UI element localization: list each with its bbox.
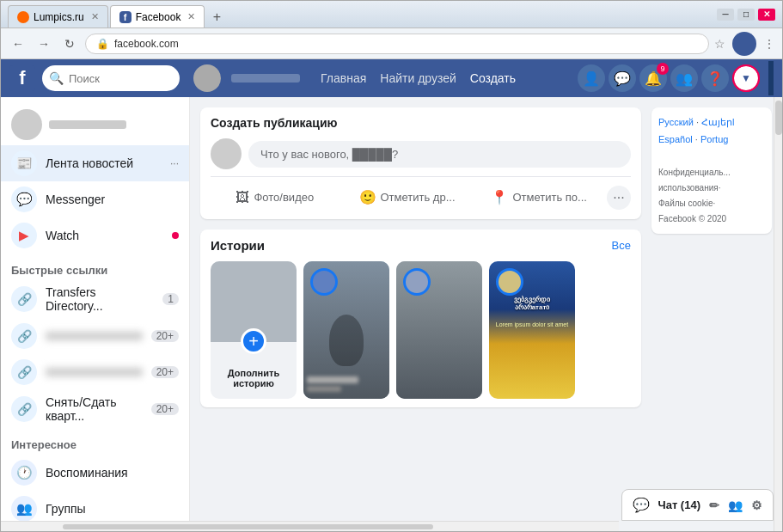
messenger-icon: 💬 bbox=[11, 187, 37, 212]
menu-icon[interactable]: ⋮ bbox=[763, 37, 775, 51]
nav-home[interactable]: Главная bbox=[321, 71, 366, 85]
tab-lumpics-close[interactable]: ✕ bbox=[91, 11, 99, 22]
sidebar-item-messenger[interactable]: 💬 Messenger bbox=[1, 181, 189, 217]
account-menu-btn[interactable]: ▼ bbox=[732, 64, 760, 92]
tab-lumpics[interactable]: Lumpics.ru ✕ bbox=[8, 5, 108, 28]
groups-icon: 👥 bbox=[11, 496, 37, 522]
ql2-count: 20+ bbox=[151, 366, 179, 378]
story-subtext-4: Lorem ipsum dolor sit amet bbox=[489, 321, 575, 327]
sidebar-item-memories[interactable]: 🕐 Воспоминания bbox=[1, 455, 189, 491]
minimize-button[interactable]: ─ bbox=[717, 9, 734, 21]
story-avatar-2 bbox=[310, 268, 338, 296]
tag-people-btn[interactable]: 🙂 Отметить др... bbox=[343, 184, 472, 211]
chat-settings-icon[interactable]: ⚙ bbox=[751, 498, 762, 512]
left-sidebar: 📰 Лента новостей ··· 💬 Messenger ▶ Watch… bbox=[1, 97, 190, 531]
vertical-scrollbar[interactable] bbox=[774, 97, 782, 531]
fb-search-bar[interactable]: 🔍 bbox=[42, 65, 180, 91]
usage-link[interactable]: использования· bbox=[658, 180, 765, 196]
chat-icon: 💬 bbox=[633, 497, 650, 513]
ql2-icon: 🔗 bbox=[11, 359, 37, 385]
transfers-count: 1 bbox=[162, 293, 179, 305]
cookies-link[interactable]: Файлы cookie· bbox=[658, 196, 765, 211]
back-button[interactable]: ← bbox=[8, 34, 28, 54]
sidebar-item-transfers[interactable]: 🔗 Transfers Directory... 1 bbox=[1, 280, 189, 318]
chat-contacts-icon[interactable]: 👥 bbox=[728, 498, 743, 512]
chat-compose-icon[interactable]: ✏ bbox=[709, 498, 719, 512]
ql1-count: 20+ bbox=[151, 330, 179, 342]
url-display: facebook.com bbox=[114, 38, 179, 50]
check-in-btn[interactable]: 📍 Отметить по... bbox=[474, 184, 603, 211]
address-input[interactable]: 🔒 facebook.com bbox=[85, 34, 709, 54]
fb-logo[interactable]: f bbox=[9, 65, 35, 91]
maximize-button[interactable]: □ bbox=[737, 9, 755, 21]
story-text-4: ვებგვერდიარარататი bbox=[489, 296, 575, 311]
story-add-card[interactable]: + Дополнить историю bbox=[211, 261, 297, 399]
groups-label: Группы bbox=[46, 502, 179, 516]
tab-facebook[interactable]: f Facebook ✕ bbox=[110, 5, 205, 28]
sidebar-newsfeed-label: Лента новостей bbox=[46, 156, 162, 170]
photo-icon: 🖼 bbox=[236, 190, 249, 205]
photo-video-btn[interactable]: 🖼 Фото/видео bbox=[211, 185, 340, 211]
create-post-input[interactable]: Что у вас нового, █████? bbox=[248, 141, 631, 168]
sidebar-item-newsfeed[interactable]: 📰 Лента новостей ··· bbox=[1, 145, 189, 181]
ql1-icon: 🔗 bbox=[11, 323, 37, 349]
lang-spanish[interactable]: Español bbox=[658, 134, 693, 144]
sidebar-item-ql1[interactable]: 🔗 20+ bbox=[1, 318, 189, 354]
sidebar-newsfeed-more[interactable]: ··· bbox=[170, 157, 179, 169]
sidebar-item-rentals[interactable]: 🔗 Снять/Сдать кварт... 20+ bbox=[1, 390, 189, 428]
fb-nav-links: Главная Найти друзей Создать bbox=[321, 71, 516, 85]
horizontal-scrollbar[interactable] bbox=[1, 521, 619, 531]
nav-create[interactable]: Создать bbox=[470, 71, 516, 85]
create-post-placeholder: Что у вас нового, █████? bbox=[260, 148, 398, 161]
sidebar-toggle[interactable] bbox=[768, 61, 774, 95]
notifications-icon-btn[interactable]: 🔔 9 bbox=[639, 64, 667, 92]
lang-portuguese[interactable]: Portug bbox=[700, 134, 728, 144]
rentals-label: Снять/Сдать кварт... bbox=[46, 395, 143, 423]
watch-icon: ▶ bbox=[11, 223, 37, 248]
story-card-2[interactable] bbox=[303, 261, 389, 399]
nav-find-friends[interactable]: Найти друзей bbox=[380, 71, 456, 85]
forward-button[interactable]: → bbox=[34, 34, 54, 54]
window-controls: ─ □ ✕ bbox=[717, 9, 775, 21]
messenger-icon-btn[interactable]: 💬 bbox=[609, 64, 636, 92]
sidebar-user[interactable] bbox=[1, 104, 189, 145]
stories-section: Истории Все + Дополнить историю bbox=[200, 229, 641, 407]
create-post-row: Что у вас нового, █████? bbox=[211, 138, 631, 169]
watch-notification-dot bbox=[172, 232, 179, 239]
search-input[interactable] bbox=[69, 72, 173, 85]
tag-icon: 🙂 bbox=[359, 189, 376, 205]
user-profile-mini[interactable] bbox=[193, 64, 221, 92]
see-all-stories[interactable]: Все bbox=[612, 239, 631, 252]
rentals-count: 20+ bbox=[151, 403, 179, 415]
location-icon: 📍 bbox=[491, 189, 508, 205]
lang-armenian[interactable]: Հայերl bbox=[701, 117, 734, 127]
copyright: Facebook © 2020 bbox=[658, 211, 765, 227]
title-bar: Lumpics.ru ✕ f Facebook ✕ + ─ □ ✕ bbox=[1, 1, 782, 28]
story-card-3[interactable] bbox=[396, 261, 482, 399]
language-box: Русский · Հայերl Español · Portug Конфид… bbox=[651, 107, 772, 234]
add-story-icon: + bbox=[241, 328, 266, 354]
tag-people-label: Отметить др... bbox=[381, 191, 456, 204]
privacy-link[interactable]: Конфиденциаль... bbox=[658, 165, 765, 180]
help-icon-btn[interactable]: ❓ bbox=[701, 64, 729, 92]
tab-lumpics-label: Lumpics.ru bbox=[34, 11, 84, 23]
groups-icon-btn[interactable]: 👥 bbox=[670, 64, 698, 92]
bookmark-icon[interactable]: ☆ bbox=[714, 37, 725, 51]
browser-window: Lumpics.ru ✕ f Facebook ✕ + ─ □ ✕ ← → ↻ … bbox=[0, 0, 783, 532]
new-tab-button[interactable]: + bbox=[206, 7, 227, 28]
photo-video-label: Фото/видео bbox=[254, 191, 314, 204]
chat-bar[interactable]: 💬 Чат (14) ✏ 👥 ⚙ bbox=[621, 489, 774, 521]
main-content: Создать публикацию Что у вас нового, ███… bbox=[190, 97, 782, 531]
people-icon-btn[interactable]: 👤 bbox=[578, 64, 605, 92]
sidebar-item-ql2[interactable]: 🔗 20+ bbox=[1, 354, 189, 390]
tab-bar: Lumpics.ru ✕ f Facebook ✕ + bbox=[8, 1, 717, 28]
tab-facebook-close[interactable]: ✕ bbox=[187, 11, 195, 22]
story-card-4[interactable]: ვებგვერდიარარататი Lorem ipsum dolor sit… bbox=[489, 261, 575, 399]
sidebar-messenger-label: Messenger bbox=[46, 193, 179, 206]
refresh-button[interactable]: ↻ bbox=[59, 34, 80, 54]
close-button[interactable]: ✕ bbox=[758, 9, 775, 21]
more-actions-btn[interactable]: ··· bbox=[607, 186, 631, 210]
lang-russian[interactable]: Русский bbox=[658, 117, 694, 127]
create-post-card: Создать публикацию Что у вас нового, ███… bbox=[200, 107, 641, 219]
sidebar-item-watch[interactable]: ▶ Watch bbox=[1, 217, 189, 254]
